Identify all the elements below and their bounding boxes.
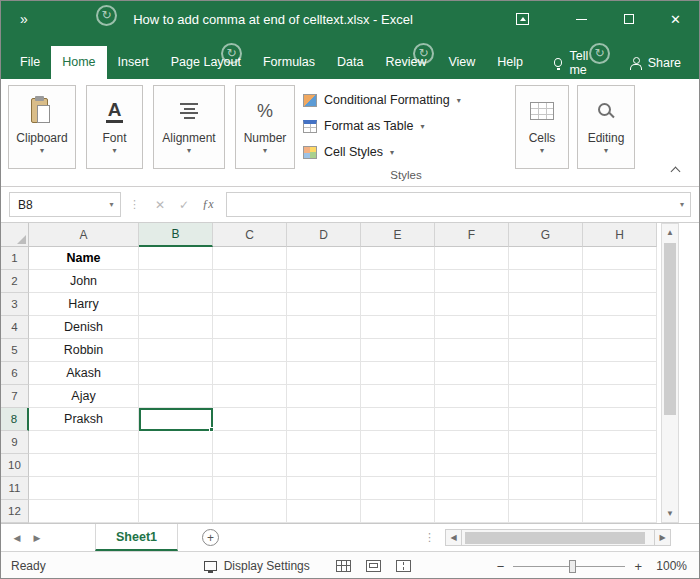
cell-C7[interactable]: [213, 385, 287, 408]
cell-E11[interactable]: [361, 477, 435, 500]
cell-E8[interactable]: [361, 408, 435, 431]
maximize-button[interactable]: [605, 1, 652, 37]
cell-H11[interactable]: [583, 477, 657, 500]
cell-A6[interactable]: Akash: [29, 362, 139, 385]
cell-H10[interactable]: [583, 454, 657, 477]
cell-C6[interactable]: [213, 362, 287, 385]
cell-G9[interactable]: [509, 431, 583, 454]
cell-F9[interactable]: [435, 431, 509, 454]
row-header-8[interactable]: 8: [1, 408, 29, 431]
row-header-2[interactable]: 2: [1, 270, 29, 293]
cell-E1[interactable]: [361, 247, 435, 270]
cell-A1[interactable]: Name: [29, 247, 139, 270]
cell-C10[interactable]: [213, 454, 287, 477]
conditional-formatting-button[interactable]: Conditional Formatting▾: [303, 87, 509, 113]
cell-F5[interactable]: [435, 339, 509, 362]
cell-A8[interactable]: Praksh: [29, 408, 139, 431]
cell-E5[interactable]: [361, 339, 435, 362]
tab-home[interactable]: Home: [51, 46, 106, 79]
editing-group-button[interactable]: Editing ▾: [577, 85, 635, 169]
cell-E12[interactable]: [361, 500, 435, 523]
insert-function-button[interactable]: ƒx: [196, 197, 220, 212]
cell-D7[interactable]: [287, 385, 361, 408]
cell-G6[interactable]: [509, 362, 583, 385]
zoom-slider-thumb[interactable]: [569, 560, 576, 573]
collapse-ribbon-button[interactable]: [665, 164, 685, 180]
tab-formulas[interactable]: Formulas: [252, 46, 326, 79]
formula-input[interactable]: ▾: [226, 192, 691, 217]
cell-C2[interactable]: [213, 270, 287, 293]
column-header-H[interactable]: H: [583, 223, 657, 247]
cell-F4[interactable]: [435, 316, 509, 339]
cell-H8[interactable]: [583, 408, 657, 431]
cell-B8[interactable]: [139, 408, 213, 431]
cell-C9[interactable]: [213, 431, 287, 454]
zoom-in-button[interactable]: +: [634, 559, 642, 574]
cell-A7[interactable]: Ajay: [29, 385, 139, 408]
vertical-scroll-thumb[interactable]: [664, 243, 676, 415]
cell-F10[interactable]: [435, 454, 509, 477]
cell-G1[interactable]: [509, 247, 583, 270]
cell-A11[interactable]: [29, 477, 139, 500]
row-header-9[interactable]: 9: [1, 431, 29, 454]
enter-button[interactable]: ✓: [172, 198, 196, 212]
column-header-F[interactable]: F: [435, 223, 509, 247]
cell-H6[interactable]: [583, 362, 657, 385]
cell-G7[interactable]: [509, 385, 583, 408]
normal-view-icon[interactable]: [336, 560, 351, 572]
cell-F7[interactable]: [435, 385, 509, 408]
ribbon-display-options-button[interactable]: [499, 1, 546, 37]
cell-B7[interactable]: [139, 385, 213, 408]
row-header-7[interactable]: 7: [1, 385, 29, 408]
column-header-C[interactable]: C: [213, 223, 287, 247]
row-header-5[interactable]: 5: [1, 339, 29, 362]
cell-A9[interactable]: [29, 431, 139, 454]
name-box[interactable]: B8 ▾: [9, 192, 121, 217]
alignment-group-button[interactable]: Alignment ▾: [153, 85, 225, 169]
cell-B10[interactable]: [139, 454, 213, 477]
cell-G10[interactable]: [509, 454, 583, 477]
scroll-down-icon[interactable]: ▼: [662, 505, 678, 522]
cell-H7[interactable]: [583, 385, 657, 408]
select-all-button[interactable]: [1, 223, 29, 247]
tab-view[interactable]: View: [437, 46, 486, 79]
cell-F3[interactable]: [435, 293, 509, 316]
cell-F1[interactable]: [435, 247, 509, 270]
cell-D5[interactable]: [287, 339, 361, 362]
cell-F2[interactable]: [435, 270, 509, 293]
font-group-button[interactable]: A Font ▾: [86, 85, 143, 169]
expand-formula-bar-icon[interactable]: ▾: [674, 200, 690, 209]
page-layout-view-icon[interactable]: [366, 560, 381, 572]
cell-D9[interactable]: [287, 431, 361, 454]
tell-me-button[interactable]: Tell me: [542, 46, 618, 79]
tab-review[interactable]: Review: [374, 46, 437, 79]
vertical-scrollbar[interactable]: ▲ ▼: [661, 223, 679, 523]
cell-B5[interactable]: [139, 339, 213, 362]
cell-E4[interactable]: [361, 316, 435, 339]
number-group-button[interactable]: % Number ▾: [235, 85, 295, 169]
row-header-3[interactable]: 3: [1, 293, 29, 316]
cell-E10[interactable]: [361, 454, 435, 477]
cell-E9[interactable]: [361, 431, 435, 454]
cell-G5[interactable]: [509, 339, 583, 362]
row-header-10[interactable]: 10: [1, 454, 29, 477]
cell-A3[interactable]: Harry: [29, 293, 139, 316]
cell-E3[interactable]: [361, 293, 435, 316]
fill-handle[interactable]: [209, 427, 214, 432]
close-button[interactable]: ✕: [652, 1, 699, 37]
cell-A10[interactable]: [29, 454, 139, 477]
cell-H12[interactable]: [583, 500, 657, 523]
horizontal-scrollbar[interactable]: ◀ ▶: [445, 529, 671, 546]
share-button[interactable]: Share: [618, 46, 699, 79]
cell-D10[interactable]: [287, 454, 361, 477]
cell-H1[interactable]: [583, 247, 657, 270]
cell-C11[interactable]: [213, 477, 287, 500]
cell-H4[interactable]: [583, 316, 657, 339]
tab-help[interactable]: Help: [486, 46, 534, 79]
display-settings-button[interactable]: Display Settings: [204, 559, 310, 573]
column-header-G[interactable]: G: [509, 223, 583, 247]
formula-bar-splitter[interactable]: ⋮: [129, 198, 140, 211]
cell-D2[interactable]: [287, 270, 361, 293]
tab-file[interactable]: File: [9, 46, 51, 79]
cell-D1[interactable]: [287, 247, 361, 270]
